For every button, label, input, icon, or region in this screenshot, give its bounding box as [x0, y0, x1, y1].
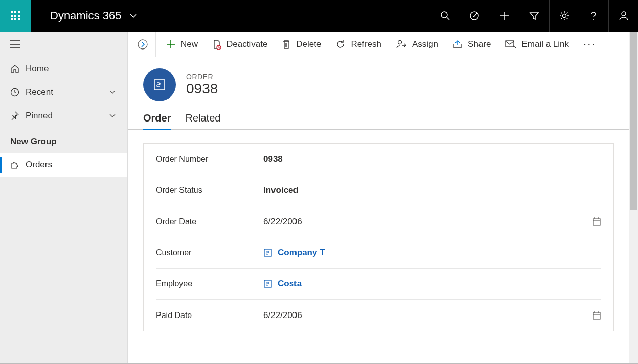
calendar-icon — [592, 311, 601, 320]
svg-point-15 — [593, 19, 594, 20]
app-title: Dynamics 365 — [50, 9, 121, 22]
command-bar: New Deactivate Delete Refresh Assign Sha… — [128, 32, 629, 57]
tab-related-label: Related — [185, 112, 220, 124]
search-button[interactable] — [430, 0, 460, 32]
cmd-refresh-label: Refresh — [351, 39, 381, 50]
customer-link[interactable]: Company T — [278, 248, 325, 258]
help-icon — [588, 11, 599, 21]
field-employee[interactable]: Employee Costa — [156, 269, 601, 300]
svg-rect-7 — [14, 18, 16, 20]
cmd-refresh[interactable]: Refresh — [328, 32, 389, 57]
cmd-delete[interactable]: Delete — [275, 32, 328, 57]
svg-rect-2 — [18, 11, 20, 13]
vertical-scrollbar[interactable] — [629, 32, 638, 364]
field-paid-date[interactable]: Paid Date 6/22/2006 — [156, 300, 601, 331]
hamburger-icon — [10, 40, 20, 48]
svg-rect-1 — [14, 11, 16, 13]
nav-orders[interactable]: Orders — [0, 153, 127, 177]
tab-related[interactable]: Related — [185, 108, 220, 129]
nav-toggle-button[interactable] — [0, 32, 127, 57]
main-content: New Deactivate Delete Refresh Assign Sha… — [128, 32, 629, 364]
home-icon — [10, 64, 26, 74]
user-profile-button[interactable] — [608, 0, 638, 32]
tab-order-label: Order — [143, 112, 171, 124]
field-label: Customer — [156, 248, 263, 257]
app-launcher-button[interactable] — [0, 0, 31, 32]
global-top-bar: Dynamics 365 — [0, 0, 638, 32]
field-order-date[interactable]: Order Date 6/22/2006 — [156, 206, 601, 237]
nav-home[interactable]: Home — [0, 57, 127, 81]
clock-icon — [10, 88, 26, 97]
cmd-deactivate[interactable]: Deactivate — [205, 32, 275, 57]
calendar-icon — [592, 217, 601, 226]
cmd-new[interactable]: New — [159, 32, 205, 57]
svg-rect-0 — [11, 11, 13, 13]
record-title: 0938 — [186, 81, 218, 97]
settings-button[interactable] — [549, 0, 579, 32]
cmd-delete-label: Delete — [296, 39, 321, 50]
add-button[interactable] — [490, 0, 519, 32]
svg-rect-5 — [18, 15, 20, 17]
nav-orders-label: Orders — [26, 160, 127, 170]
scroll-thumb[interactable] — [630, 32, 637, 210]
field-customer[interactable]: Customer Company T — [156, 237, 601, 269]
assign-icon — [396, 39, 407, 50]
field-value: Company T — [263, 248, 586, 258]
filter-icon — [529, 11, 539, 21]
filter-button[interactable] — [519, 0, 549, 32]
back-button[interactable] — [133, 35, 152, 54]
cmd-email-link[interactable]: Email a Link — [498, 32, 576, 57]
date-picker-button[interactable] — [586, 311, 601, 320]
field-label: Order Number — [156, 155, 263, 164]
field-label: Order Date — [156, 217, 263, 226]
email-icon — [505, 40, 516, 49]
svg-rect-36 — [593, 312, 600, 319]
cmd-share[interactable]: Share — [445, 32, 498, 57]
svg-point-16 — [622, 12, 626, 16]
left-navigation: Home Recent Pinned New Group Orders — [0, 32, 128, 364]
field-order-number[interactable]: Order Number 0938 — [156, 144, 601, 175]
form-card: Order Number 0938 Order Status Invoiced … — [143, 143, 614, 331]
cmd-more[interactable]: ··· — [576, 38, 603, 51]
task-icon — [469, 10, 481, 21]
field-label: Paid Date — [156, 311, 263, 320]
field-value: 0938 — [263, 154, 586, 164]
record-badge — [143, 68, 176, 101]
trash-icon — [282, 39, 291, 50]
date-picker-button[interactable] — [586, 217, 601, 226]
nav-recent[interactable]: Recent — [0, 81, 127, 104]
employee-link[interactable]: Costa — [278, 279, 302, 289]
field-order-status[interactable]: Order Status Invoiced — [156, 175, 601, 206]
tab-order[interactable]: Order — [143, 108, 171, 129]
svg-point-14 — [562, 14, 566, 18]
cmd-share-label: Share — [468, 39, 491, 50]
chevron-down-icon — [109, 112, 127, 119]
svg-rect-4 — [14, 15, 16, 17]
field-value: Invoiced — [263, 185, 586, 196]
cmd-assign[interactable]: Assign — [389, 32, 445, 57]
waffle-icon — [11, 11, 20, 20]
svg-rect-8 — [18, 18, 20, 20]
svg-point-9 — [441, 12, 447, 18]
svg-rect-6 — [11, 18, 13, 20]
record-header: ORDER 0938 — [128, 57, 629, 108]
field-label: Order Status — [156, 186, 263, 195]
task-button[interactable] — [460, 0, 490, 32]
field-value: 6/22/2006 — [263, 216, 586, 227]
lookup-entity-icon — [263, 248, 272, 257]
entity-icon — [153, 78, 166, 91]
svg-line-10 — [447, 17, 449, 20]
help-button[interactable] — [579, 0, 608, 32]
gear-icon — [559, 10, 570, 21]
plus-icon — [166, 40, 175, 49]
pin-icon — [10, 111, 26, 120]
refresh-icon — [335, 39, 346, 50]
plus-icon — [499, 11, 510, 21]
nav-pinned[interactable]: Pinned — [0, 104, 127, 128]
app-title-region[interactable]: Dynamics 365 — [31, 0, 151, 32]
nav-pinned-label: Pinned — [26, 111, 109, 121]
cmd-new-label: New — [180, 39, 198, 50]
cmd-deactivate-label: Deactivate — [226, 39, 267, 50]
nav-home-label: Home — [26, 64, 127, 74]
cmd-email-link-label: Email a Link — [521, 39, 569, 50]
